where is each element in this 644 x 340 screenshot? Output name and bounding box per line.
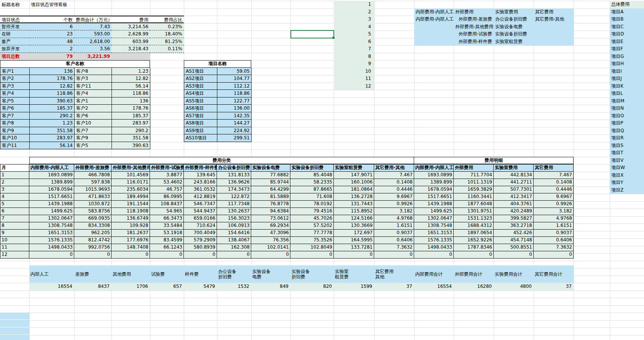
project-name-cell[interactable]: AS9项目 [184,127,217,135]
monthly-data-cell[interactable]: 11 [0,244,29,251]
monthly-data-cell[interactable]: 189.4994 [112,193,150,201]
overall-project-item[interactable]: 项目Q [610,127,644,135]
monthly-data-cell[interactable]: 452.426 [494,230,534,237]
monthly-data-cell[interactable]: 1693.0899 [29,172,74,179]
monthly-col-header[interactable]: 外部费用-试验费 [150,164,184,172]
status-cell[interactable]: 23 [29,30,74,38]
monthly-data-cell[interactable]: 3.182 [374,208,414,215]
monthly-col-header[interactable]: 实验设备电费 [251,164,290,172]
monthly-data-cell[interactable]: 0 [334,251,374,259]
monthly-col-header[interactable]: 实验室租赁费 [334,164,374,172]
overall-project-item[interactable]: 项目M [610,97,644,105]
monthly-data-cell[interactable]: 130.3669 [334,222,374,230]
monthly-data-cell[interactable]: 160.1006 [334,179,374,186]
monthly-data-cell[interactable]: 1517.6651 [414,193,454,201]
monthly-data-cell[interactable]: 86.0995 [150,193,184,201]
customer-value-cell[interactable]: 56.14 [30,142,75,150]
monthly-col-header[interactable]: 外部费用-其他费用 [112,164,150,172]
monthly-data-cell[interactable]: 700.4049 [184,230,217,237]
status-cell[interactable]: 3,218.43 [112,45,150,53]
monthly-data-cell[interactable]: 1897.0654 [454,230,494,237]
monthly-data-cell[interactable]: 0.9037 [534,230,574,237]
summary-label-cell[interactable]: 外部费用合计 [454,265,494,283]
overall-project-item[interactable]: 项目A [610,8,644,16]
summary-value-cell[interactable]: 16280 [454,283,494,291]
overall-project-item[interactable]: 项目Z [610,187,644,194]
monthly-data-cell[interactable]: 3.182 [534,208,574,215]
monthly-data-cell[interactable]: 174.3473 [217,186,251,193]
customer-value-cell[interactable]: 56.14 [112,83,150,90]
monthly-data-cell[interactable]: 580.8939 [184,244,217,251]
customer-table-title[interactable]: 客户名称 [0,60,150,68]
monthly-data-cell[interactable]: 399.5827 [494,215,534,222]
customer-name-cell[interactable]: 客户1 [75,97,112,105]
monthly-data-cell[interactable]: 0.9926 [374,201,414,208]
monthly-data-cell[interactable]: 177.6976 [112,237,150,244]
summary-label-cell[interactable]: 试验费 [150,265,184,283]
monthly-data-cell[interactable]: 834.3308 [74,222,112,230]
monthly-data-cell[interactable]: 115.8952 [334,208,374,215]
overall-project-item[interactable]: 项目L [610,90,644,97]
monthly-data-cell[interactable]: 181.0864 [334,186,374,193]
monthly-data-cell[interactable]: 1302.0647 [414,215,454,222]
monthly-data-cell[interactable]: 1498.0433 [29,244,74,251]
overall-project-item[interactable]: 项目F [610,45,644,53]
customer-name-cell[interactable]: 客户11 [0,142,30,150]
monthly-data-cell[interactable]: 9 [0,230,29,237]
monthly-data-cell[interactable]: 1030.872 [74,201,112,208]
monthly-data-cell[interactable]: 64.4299 [251,186,290,193]
monthly-data-cell[interactable]: 7.3632 [534,244,574,251]
monthly-data-cell[interactable]: 454.7148 [494,237,534,244]
category-cell[interactable] [534,38,574,46]
customer-name-cell[interactable]: 客户2 [0,75,30,83]
monthly-data-cell[interactable]: 1439.1988 [414,201,454,208]
monthly-data-cell[interactable]: 106.0913 [217,222,251,230]
monthly-data-cell[interactable]: 172.697 [334,230,374,237]
monthly-col-header[interactable]: 办公设备折旧费 [217,164,251,172]
monthly-data-cell[interactable]: 109.928 [112,222,150,230]
customer-value-cell[interactable]: 283.97 [112,120,150,127]
monthly-data-cell[interactable]: 130.2637 [217,208,251,215]
status-cell[interactable]: 3,214.56 [112,23,150,31]
status-cell[interactable]: 放弃开发 [0,45,29,53]
monthly-data-cell[interactable]: 1693.0899 [414,172,454,179]
monthly-data-cell[interactable]: 0 [29,251,74,259]
monthly-col-header[interactable]: 其它费用-其他 [374,164,414,172]
month-number-cell[interactable]: 5 [334,30,374,38]
customer-name-cell[interactable]: 客户8 [0,120,30,127]
monthly-data-cell[interactable]: 0 [184,251,217,259]
summary-value-cell[interactable]: 1532 [217,283,251,291]
month-number-cell[interactable]: 4 [334,23,374,31]
summary-value-cell[interactable]: 1706 [112,283,150,291]
category-cell[interactable]: 外部费用-样件费 [454,38,494,46]
customer-name-cell[interactable]: 客户10 [0,134,30,142]
customer-value-cell[interactable]: 390.63 [112,142,150,150]
monthly-data-cell[interactable]: 4.9768 [374,215,414,222]
monthly-data-cell[interactable]: 466.7808 [74,172,112,179]
monthly-data-cell[interactable]: 7.467 [534,172,574,179]
project-name-cell[interactable]: AS4项目 [184,90,217,97]
monthly-data-cell[interactable]: 75.3526 [290,237,334,244]
monthly-data-cell[interactable]: 5 [0,201,29,208]
project-name-cell[interactable]: AS3项目 [184,83,217,90]
monthly-data-cell[interactable]: 156.3023 [217,215,251,222]
monthly-data-cell[interactable]: 9.6967 [374,193,414,201]
project-value-cell[interactable]: 59.05 [217,68,252,75]
overall-project-item[interactable]: 项目Y [610,179,644,187]
category-cell[interactable]: 其它费用 [534,8,574,16]
monthly-data-cell[interactable]: 131.8133 [217,172,251,179]
monthly-data-cell[interactable]: 78.0192 [290,201,334,208]
corner-cell[interactable] [0,157,29,164]
category-cell[interactable] [534,30,574,38]
customer-name-cell[interactable]: 客户3 [0,83,30,90]
monthly-data-cell[interactable]: 124.5166 [334,215,374,222]
category-cell[interactable]: 实验设备电费 [494,23,534,31]
monthly-data-cell[interactable]: 1877.6048 [454,201,494,208]
monthly-data-cell[interactable]: 4 [0,193,29,201]
monthly-data-cell[interactable]: 66.3473 [150,215,184,222]
category-cell[interactable]: 实验室费用 [494,8,534,16]
overall-project-item[interactable]: 项目V [610,157,644,164]
category-cell[interactable] [414,38,454,46]
month-number-cell[interactable]: 9 [334,60,374,68]
customer-value-cell[interactable]: 290.2 [30,112,75,120]
